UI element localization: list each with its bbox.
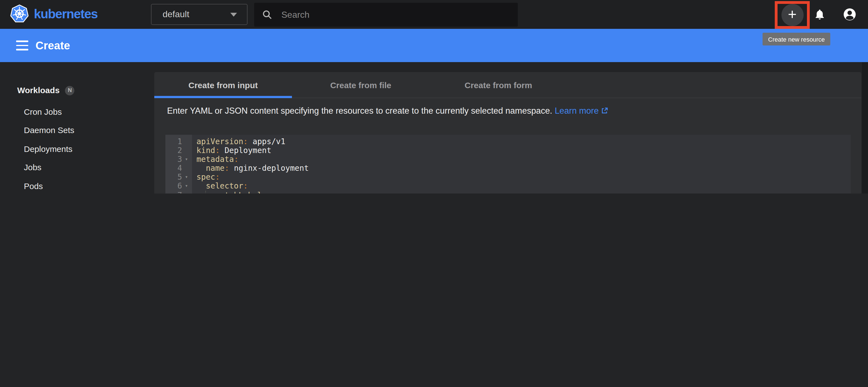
sidebar-item-deployments[interactable]: Deployments bbox=[24, 140, 154, 158]
description-text: Enter YAML or JSON content specifying th… bbox=[167, 106, 555, 115]
hamburger-icon bbox=[16, 40, 28, 42]
token-c: : bbox=[215, 173, 220, 182]
fold-arrow-icon[interactable]: ▾ bbox=[182, 182, 191, 190]
editor-line: 3▾metadata: bbox=[165, 155, 851, 164]
editor-line: 4 name: nginx-deployment bbox=[165, 164, 851, 173]
sidebar-item-label: Daemon Sets bbox=[24, 121, 74, 140]
create-card: Create from inputCreate from fileCreate … bbox=[154, 72, 861, 194]
editor-line: 2kind: Deployment bbox=[165, 146, 851, 155]
menu-button[interactable] bbox=[16, 40, 28, 50]
yaml-editor[interactable]: 1apiVersion: apps/v12kind: Deployment3▾m… bbox=[165, 135, 851, 194]
editor-line: 6▾ selector: bbox=[165, 182, 851, 190]
token-k: metadata bbox=[196, 155, 234, 164]
token-c: : bbox=[243, 182, 248, 190]
editor-line-gutter: 6▾ bbox=[165, 182, 192, 190]
sidebar-section-workloads[interactable]: WorkloadsN bbox=[17, 84, 154, 97]
learn-more-link[interactable]: Learn more bbox=[555, 106, 608, 115]
account-button[interactable] bbox=[842, 7, 857, 22]
token-k: selector bbox=[206, 182, 243, 190]
sidebar-item-label: Jobs bbox=[24, 158, 41, 177]
token-k: apiVersion bbox=[196, 137, 243, 146]
search-bar[interactable] bbox=[254, 3, 518, 27]
indent-space bbox=[196, 190, 206, 194]
sidebar-item-label: Cron Jobs bbox=[24, 103, 62, 121]
external-link-icon bbox=[601, 106, 608, 116]
indent-space bbox=[196, 164, 206, 173]
sidebar-item-cron-jobs[interactable]: Cron Jobs bbox=[24, 103, 154, 121]
kubernetes-dashboard: kubernetes default + bbox=[0, 0, 868, 194]
editor-line-text: matchLabels: bbox=[192, 190, 851, 194]
editor-line-gutter: 1 bbox=[165, 137, 192, 146]
page-title: Create bbox=[35, 29, 70, 62]
editor-line-text: metadata: bbox=[192, 155, 851, 164]
bell-icon bbox=[814, 8, 826, 21]
fold-arrow-icon[interactable]: ▾ bbox=[182, 190, 191, 194]
editor-line-gutter: 7▾ bbox=[165, 190, 192, 194]
account-icon bbox=[842, 7, 857, 22]
editor-code: 1apiVersion: apps/v12kind: Deployment3▾m… bbox=[165, 137, 851, 194]
indent-space bbox=[196, 182, 206, 190]
search-icon bbox=[262, 9, 273, 20]
editor-line-text: apiVersion: apps/v1 bbox=[192, 137, 851, 146]
search-input[interactable] bbox=[280, 9, 493, 20]
brand-logo[interactable]: kubernetes bbox=[10, 4, 97, 23]
namespace-selector[interactable]: default bbox=[151, 4, 248, 25]
indent-guide bbox=[205, 190, 215, 194]
token-c: : bbox=[234, 155, 239, 164]
token-c: : bbox=[243, 137, 248, 146]
editor-line-text: kind: Deployment bbox=[192, 146, 851, 155]
line-number: 5 bbox=[165, 173, 182, 182]
line-number: 1 bbox=[165, 137, 182, 146]
line-number: 3 bbox=[165, 155, 182, 164]
editor-line-text: selector: bbox=[192, 182, 851, 190]
create-new-resource-button[interactable]: + bbox=[781, 4, 803, 26]
create-tabs: Create from inputCreate from fileCreate … bbox=[154, 72, 861, 98]
token-v: nginx-deployment bbox=[229, 164, 309, 173]
token-c: : bbox=[224, 164, 229, 173]
token-v: apps/v1 bbox=[248, 137, 285, 146]
annotation-box-create: + bbox=[775, 1, 810, 29]
tab-create-from-form[interactable]: Create from form bbox=[430, 72, 567, 98]
tab-create-from-input[interactable]: Create from input bbox=[154, 72, 292, 98]
token-k: name bbox=[206, 164, 224, 173]
editor-line: 5▾spec: bbox=[165, 173, 851, 182]
fold-arrow-icon[interactable]: ▾ bbox=[182, 155, 191, 164]
tab-create-from-file[interactable]: Create from file bbox=[292, 72, 430, 98]
sidebar-item-label: Deployments bbox=[24, 140, 72, 158]
editor-line-gutter: 3▾ bbox=[165, 155, 192, 164]
editor-line-gutter: 4 bbox=[165, 164, 192, 173]
sidebar-item-pods[interactable]: Pods bbox=[24, 177, 154, 194]
fold-arrow-icon[interactable]: ▾ bbox=[182, 173, 191, 182]
line-number: 2 bbox=[165, 146, 182, 155]
token-k: kind bbox=[196, 146, 215, 155]
sidebar-nav: WorkloadsNCron JobsDaemon SetsDeployment… bbox=[0, 62, 154, 194]
editor-line: 1apiVersion: apps/v1 bbox=[165, 137, 851, 146]
line-number: 7 bbox=[165, 190, 182, 194]
fold-spacer bbox=[182, 137, 191, 146]
editor-line-gutter: 5▾ bbox=[165, 173, 192, 182]
sidebar-section-label: Workloads bbox=[17, 84, 60, 97]
token-c: : bbox=[215, 146, 220, 155]
create-description: Enter YAML or JSON content specifying th… bbox=[167, 106, 608, 116]
token-k: matchLabels bbox=[215, 190, 267, 194]
chevron-down-icon bbox=[230, 12, 237, 16]
plus-icon: + bbox=[788, 7, 797, 22]
page-scrollbar[interactable] bbox=[862, 62, 868, 194]
topbar: kubernetes default + bbox=[0, 0, 868, 29]
brand-title: kubernetes bbox=[34, 6, 97, 21]
notifications-button[interactable] bbox=[814, 8, 826, 21]
tooltip-create-new-resource: Create new resource bbox=[763, 33, 830, 45]
token-v: Deployment bbox=[220, 146, 271, 155]
fold-spacer bbox=[182, 164, 191, 173]
sidebar-item-label: Pods bbox=[24, 177, 43, 194]
kubernetes-logo-icon bbox=[10, 4, 29, 23]
editor-line-text: spec: bbox=[192, 173, 851, 182]
token-k: spec bbox=[196, 173, 215, 182]
editor-line-text: name: nginx-deployment bbox=[192, 164, 851, 173]
sidebar-item-jobs[interactable]: Jobs bbox=[24, 158, 154, 177]
fold-spacer bbox=[182, 146, 191, 155]
line-number: 4 bbox=[165, 164, 182, 173]
app-header: Create bbox=[0, 29, 868, 62]
token-c: : bbox=[267, 190, 271, 194]
sidebar-item-daemon-sets[interactable]: Daemon Sets bbox=[24, 121, 154, 140]
